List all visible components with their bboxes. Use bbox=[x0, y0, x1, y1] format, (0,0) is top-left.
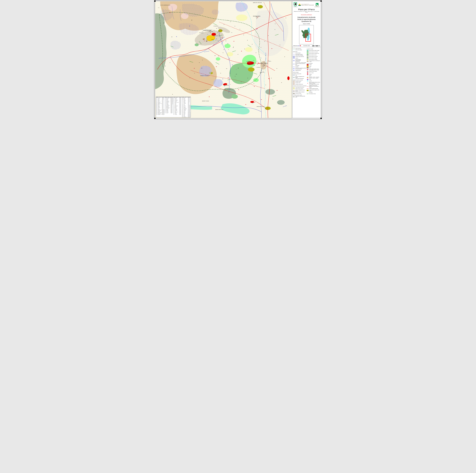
map-label: 15 bbox=[215, 55, 216, 56]
map-label: 11 bbox=[225, 40, 226, 41]
legend-symbol bbox=[293, 66, 295, 68]
terre-it-icon: it bbox=[300, 45, 301, 46]
map-label: 662.5 bbox=[218, 40, 219, 41]
legend-row: Calanchi bbox=[293, 57, 306, 59]
map-label: C22 bbox=[258, 63, 260, 64]
crop-mark bbox=[321, 0, 322, 2]
table-group: SchedaN Toponimo Comune C34Mulino dei La… bbox=[165, 97, 173, 117]
subtitle: (adeguamento ai sensi dell'art. 16 e ss.… bbox=[293, 11, 320, 13]
map-label: MONTE PETRALTA bbox=[215, 109, 223, 110]
map-label: 744.7 bbox=[207, 34, 208, 35]
map-label: N1 bbox=[213, 34, 214, 35]
map-label: 408.3 bbox=[261, 64, 263, 64]
map-label: 12 bbox=[254, 65, 255, 66]
legend-row: Monastero - Eremo - Convento -Abbazia - … bbox=[307, 77, 320, 79]
legend-symbol: 12 bbox=[307, 51, 308, 53]
legend-row: 18 Rimboschimento di conifere pureo mist… bbox=[307, 60, 320, 62]
map-label: CIM.RO bbox=[248, 61, 250, 62]
legend-row: Mulino bbox=[307, 75, 320, 76]
legend-symbol: 3 bbox=[293, 81, 295, 82]
legend-symbol bbox=[293, 50, 295, 51]
legend-row: Filari alberati e siepi bbox=[307, 93, 320, 94]
legend-symbol bbox=[293, 48, 295, 49]
main-title: Inquadramento strutturale Stralci di app… bbox=[293, 16, 320, 22]
legend-symbol bbox=[293, 53, 295, 54]
legend-row: Idrografia bbox=[293, 66, 306, 68]
legend-symbol: 1 bbox=[293, 75, 295, 76]
legend-row: Dorsali arenaceo conglomeratichedell'aut… bbox=[293, 59, 306, 62]
legend-row: Arbusteti, macchie e boscaglie bbox=[293, 80, 306, 80]
map-label: MONTE DEI SANTI bbox=[257, 106, 265, 107]
map-label: 776.09 bbox=[208, 32, 210, 32]
table-row: C33 bbox=[156, 114, 157, 115]
legend-row: 16 Bosco deciduo di faggio bbox=[307, 57, 320, 58]
map-label: 13 bbox=[257, 64, 258, 65]
svg-text:⊕: ⊕ bbox=[222, 78, 223, 79]
locality-table: SchedaN Toponimo Comune C1PianelloCarpeg… bbox=[156, 97, 191, 117]
credits: Elaborazioni terreit bbox=[293, 45, 301, 46]
legend-row: 9 Accumulo di frana bbox=[293, 93, 306, 94]
map-label: 5 bbox=[202, 29, 203, 30]
legend-row: 6 Prateria aperta discontinua bbox=[293, 87, 306, 88]
map-label: C. BERTO bbox=[268, 61, 271, 62]
page-title: Piano per il Parco bbox=[293, 8, 320, 11]
legend-row: Ecosistemi d'acqua dolce bbox=[293, 73, 306, 74]
table-group: SchedaN Toponimo Comune C64Cà BarellaPen… bbox=[173, 97, 182, 117]
park-logo: Parco interregionale del Sasso Simone e … bbox=[298, 3, 314, 6]
legend-row: 7 Prateria chiusa continua bbox=[293, 88, 306, 89]
legend-symbol bbox=[307, 64, 308, 65]
legend-symbol bbox=[307, 86, 308, 87]
map-label: 711.4 bbox=[214, 36, 215, 37]
map-label: CATURCHIO bbox=[214, 26, 218, 27]
legend-row: Sistema biologico bbox=[293, 72, 306, 73]
map-label: 2 bbox=[228, 49, 229, 50]
legend-symbol bbox=[307, 75, 308, 76]
legend-row: Formazioni erbose naturali e seminatural… bbox=[293, 86, 306, 86]
map-label: N5 bbox=[222, 37, 223, 38]
legend-symbol bbox=[307, 83, 308, 84]
legend-symbol bbox=[307, 71, 308, 72]
map-label: 10 bbox=[163, 22, 164, 23]
legend-symbol bbox=[307, 93, 308, 94]
legend-row: Ville bbox=[307, 67, 320, 68]
legend-row: Sorgenti perenni bbox=[293, 70, 306, 71]
legend-symbol bbox=[307, 66, 308, 67]
map-label: 426.2 bbox=[246, 61, 248, 62]
map-label: MONTE TAGGIO bbox=[202, 101, 209, 102]
legend-row: 13 Bosco deciduo di carpino nero bbox=[307, 53, 320, 54]
legend-row: 4 Arbusteto misto bbox=[293, 82, 306, 83]
legend-symbol bbox=[307, 79, 308, 80]
regione-marche-logo: REGIONE MARCHE bbox=[293, 2, 297, 7]
legend-symbol: 16 bbox=[307, 57, 308, 58]
legend-symbol: 11 bbox=[307, 50, 308, 51]
main-map: ✳ ✳ ✳ ⊕ ⊕ ⊕ ⊕ M.TE CARPEGNA ESTCARPEGNAS… bbox=[155, 1, 292, 118]
map-label: S.P. bbox=[214, 34, 215, 35]
legend-symbol: 4 bbox=[293, 82, 295, 83]
map-label: 872.0 bbox=[158, 7, 160, 8]
legend-row: Castelli bbox=[307, 64, 320, 65]
svg-text:⊕: ⊕ bbox=[176, 36, 177, 37]
legend: Limite area Parco Limite area contigua S… bbox=[292, 47, 321, 118]
legend-symbol: 14 bbox=[307, 54, 308, 55]
legend-row: Viabilità e percorsi storici(Marecchia, … bbox=[307, 85, 320, 88]
legend-row: 10 Vegetazione casmofitica della rocce bbox=[293, 96, 306, 98]
crop-mark bbox=[321, 118, 322, 119]
table-group: SchedaN Toponimo Comune C1PianelloCarpeg… bbox=[156, 97, 165, 117]
map-label: 18 bbox=[191, 19, 192, 20]
sun-icon bbox=[298, 3, 301, 6]
map-label: PIETRARUBBIA bbox=[253, 16, 260, 17]
map-label: C46 bbox=[268, 78, 270, 79]
map-label: 9 bbox=[199, 32, 200, 33]
legend-symbol: 18 bbox=[307, 61, 308, 62]
legend-row: Crinali principali bbox=[293, 53, 306, 54]
overview-minimap bbox=[299, 25, 314, 44]
map-label: C13 bbox=[169, 12, 171, 13]
map-label: 405.1 bbox=[253, 60, 255, 61]
legend-row: Limite area contigua bbox=[293, 50, 306, 51]
map-label: 16 bbox=[171, 36, 172, 37]
svg-text:✳: ✳ bbox=[256, 28, 258, 30]
legend-symbol: 10 bbox=[293, 96, 295, 97]
scale-note: (Scala 1:10.000) bbox=[293, 23, 320, 24]
legend-column-left: Limite area Parco Limite area contigua S… bbox=[293, 48, 306, 118]
map-label: FRONTINO bbox=[247, 63, 254, 65]
